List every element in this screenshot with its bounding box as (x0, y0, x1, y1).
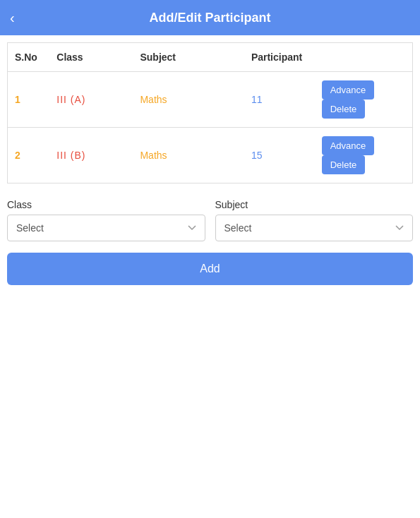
app-header: ‹ Add/Edit Participant (0, 0, 420, 35)
page-title: Add/Edit Participant (149, 11, 270, 25)
add-button-row: Add (0, 241, 420, 285)
table-row: 2 III (B) Maths 15 Advance Delete (8, 128, 413, 183)
cell-sno: 2 (8, 128, 50, 183)
advance-button[interactable]: Advance (322, 80, 375, 100)
form-fields-row: Class Select Subject Select (7, 199, 413, 241)
col-header-actions (315, 43, 413, 72)
delete-button[interactable]: Delete (322, 155, 366, 174)
cell-actions: Advance Delete (315, 72, 413, 128)
advance-button[interactable]: Advance (322, 136, 375, 155)
col-header-participant: Participant (244, 43, 315, 72)
add-form: Class Select Subject Select (0, 183, 420, 241)
cell-actions: Advance Delete (315, 128, 413, 183)
table-row: 1 III (A) Maths 11 Advance Delete (8, 72, 413, 128)
cell-sno: 1 (8, 72, 50, 128)
table-header-row: S.No Class Subject Participant (8, 43, 413, 72)
class-select[interactable]: Select (7, 215, 205, 241)
col-header-subject: Subject (133, 43, 244, 72)
class-field-group: Class Select (7, 199, 205, 241)
cell-participant: 11 (244, 72, 315, 128)
add-button[interactable]: Add (7, 253, 413, 285)
cell-class: III (B) (49, 128, 133, 183)
class-label: Class (7, 199, 205, 210)
subject-label: Subject (215, 199, 414, 210)
cell-participant: 15 (244, 128, 315, 183)
col-header-sno: S.No (8, 43, 50, 72)
col-header-class: Class (49, 43, 133, 72)
participants-table: S.No Class Subject Participant 1 III (A)… (7, 42, 413, 183)
subject-field-group: Subject Select (215, 199, 414, 241)
data-table-container: S.No Class Subject Participant 1 III (A)… (0, 42, 420, 183)
cell-subject: Maths (133, 72, 244, 128)
cell-subject: Maths (133, 128, 244, 183)
back-button[interactable]: ‹ (10, 10, 15, 26)
cell-class: III (A) (49, 72, 133, 128)
delete-button[interactable]: Delete (322, 100, 366, 119)
subject-select[interactable]: Select (215, 215, 414, 241)
